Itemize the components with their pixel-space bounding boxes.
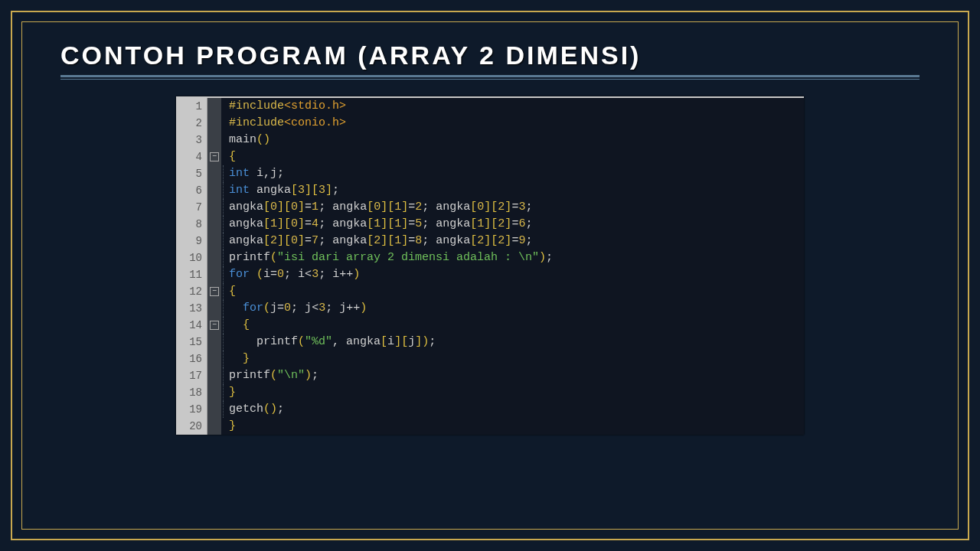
code-content: int angka[3][3]; <box>226 182 339 199</box>
fold-collapse-icon[interactable]: − <box>210 152 219 161</box>
indent-guide <box>221 148 226 165</box>
fold-gutter <box>207 418 221 435</box>
fold-gutter <box>207 115 221 132</box>
indent-guide <box>221 115 226 132</box>
fold-gutter <box>207 401 221 418</box>
code-line: 11for (i=0; i<3; i++) <box>176 266 804 283</box>
code-line: 17printf("\n"); <box>176 367 804 384</box>
title-underline <box>60 75 920 80</box>
fold-gutter <box>207 266 221 283</box>
code-line: 10printf("isi dari array 2 dimensi adala… <box>176 249 804 266</box>
slide-inner-border: CONTOH PROGRAM (ARRAY 2 DIMENSI) 1#inclu… <box>21 21 959 530</box>
fold-gutter: − <box>207 283 221 300</box>
code-line: 5int i,j; <box>176 165 804 182</box>
indent-guide <box>221 401 226 418</box>
code-content: } <box>226 350 250 367</box>
code-content: angka[0][0]=1; angka[0][1]=2; angka[0][2… <box>226 199 532 216</box>
code-line: 9angka[2][0]=7; angka[2][1]=8; angka[2][… <box>176 233 804 249</box>
indent-guide <box>221 165 226 182</box>
fold-gutter <box>207 199 221 216</box>
line-number: 12 <box>176 283 207 300</box>
indent-guide <box>221 182 226 199</box>
code-content: int i,j; <box>226 165 284 182</box>
indent-guide <box>221 300 226 317</box>
fold-gutter: − <box>207 317 221 334</box>
code-editor: 1#include<stdio.h>2#include<conio.h>3mai… <box>176 96 804 435</box>
code-content: printf("\n"); <box>226 367 318 384</box>
indent-guide <box>221 216 226 233</box>
code-line: 15 printf("%d", angka[i][j]); <box>176 334 804 350</box>
indent-guide <box>221 199 226 216</box>
code-line: 1#include<stdio.h> <box>176 98 804 115</box>
line-number: 19 <box>176 401 207 418</box>
fold-gutter <box>207 132 221 148</box>
code-content: angka[1][0]=4; angka[1][1]=5; angka[1][2… <box>226 216 532 233</box>
indent-guide <box>221 266 226 283</box>
code-line: 6int angka[3][3]; <box>176 182 804 199</box>
code-content: { <box>226 317 250 334</box>
line-number: 14 <box>176 317 207 334</box>
fold-collapse-icon[interactable]: − <box>210 287 219 296</box>
code-content: #include<stdio.h> <box>226 98 346 115</box>
code-line: 4−{ <box>176 148 804 165</box>
code-content: for (i=0; i<3; i++) <box>226 266 360 283</box>
fold-gutter <box>207 165 221 182</box>
code-line: 13 for(j=0; j<3; j++) <box>176 300 804 317</box>
indent-guide <box>221 334 226 350</box>
code-content: printf("isi dari array 2 dimensi adalah … <box>226 249 553 266</box>
code-line: 19getch(); <box>176 401 804 418</box>
line-number: 11 <box>176 266 207 283</box>
line-number: 5 <box>176 165 207 182</box>
fold-gutter <box>207 367 221 384</box>
fold-collapse-icon[interactable]: − <box>210 321 219 330</box>
indent-guide <box>221 98 226 115</box>
fold-gutter <box>207 384 221 401</box>
line-number: 9 <box>176 233 207 249</box>
line-number: 17 <box>176 367 207 384</box>
indent-guide <box>221 384 226 401</box>
code-content: } <box>226 384 236 401</box>
code-content: { <box>226 148 236 165</box>
line-number: 4 <box>176 148 207 165</box>
line-number: 8 <box>176 216 207 233</box>
code-content: main() <box>226 132 270 148</box>
code-line: 7angka[0][0]=1; angka[0][1]=2; angka[0][… <box>176 199 804 216</box>
fold-gutter <box>207 300 221 317</box>
code-line: 2#include<conio.h> <box>176 115 804 132</box>
fold-gutter <box>207 334 221 350</box>
line-number: 13 <box>176 300 207 317</box>
code-line: 14− { <box>176 317 804 334</box>
code-line: 3main() <box>176 132 804 148</box>
line-number: 15 <box>176 334 207 350</box>
line-number: 7 <box>176 199 207 216</box>
code-content: { <box>226 283 236 300</box>
indent-guide <box>221 418 226 435</box>
code-content: for(j=0; j<3; j++) <box>226 300 367 317</box>
indent-guide <box>221 233 226 249</box>
line-number: 10 <box>176 249 207 266</box>
fold-gutter <box>207 216 221 233</box>
line-number: 6 <box>176 182 207 199</box>
indent-guide <box>221 283 226 300</box>
code-content: } <box>226 418 236 435</box>
code-line: 8angka[1][0]=4; angka[1][1]=5; angka[1][… <box>176 216 804 233</box>
code-content: angka[2][0]=7; angka[2][1]=8; angka[2][2… <box>226 233 532 249</box>
code-content: getch(); <box>226 401 284 418</box>
indent-guide <box>221 249 226 266</box>
line-number: 20 <box>176 418 207 435</box>
line-number: 16 <box>176 350 207 367</box>
fold-gutter <box>207 182 221 199</box>
indent-guide <box>221 317 226 334</box>
line-number: 18 <box>176 384 207 401</box>
indent-guide <box>221 132 226 148</box>
fold-gutter <box>207 350 221 367</box>
code-line: 16 } <box>176 350 804 367</box>
code-line: 18} <box>176 384 804 401</box>
line-number: 1 <box>176 98 207 115</box>
line-number: 3 <box>176 132 207 148</box>
fold-gutter <box>207 98 221 115</box>
code-content: #include<conio.h> <box>226 115 346 132</box>
code-line: 20} <box>176 418 804 435</box>
indent-guide <box>221 367 226 384</box>
code-line: 12−{ <box>176 283 804 300</box>
